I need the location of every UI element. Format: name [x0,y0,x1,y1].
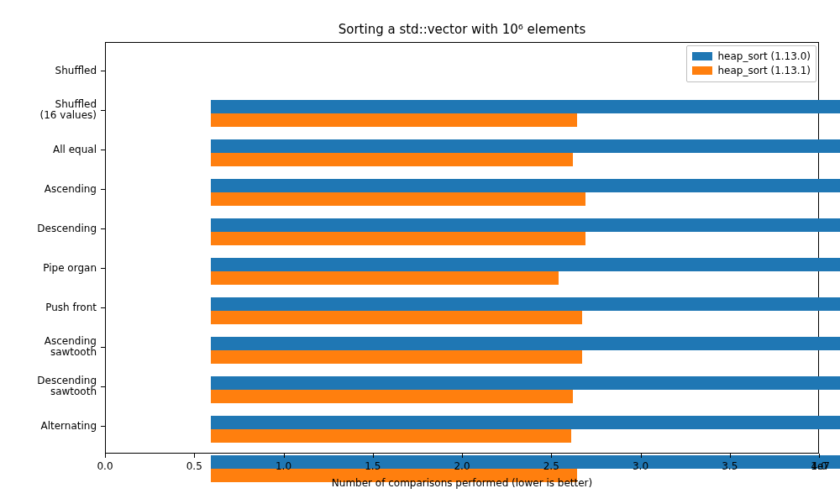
x-tick-mark [194,454,195,458]
x-tick-mark [551,454,552,458]
legend-swatch [692,52,712,60]
bar [211,113,577,127]
x-tick-label: 0.5 [186,460,202,472]
x-tick-label: 3.5 [722,460,738,472]
chart-title: Sorting a std::vector with 10⁶ elements [105,22,819,37]
bar [211,376,840,390]
legend-row: heap_sort (1.13.0) [692,50,811,64]
y-tick-label: Ascending [4,184,97,196]
bar [211,271,559,285]
bar [211,416,840,429]
bar [211,350,582,364]
y-tick-label: Pipe organ [4,263,97,275]
x-tick-mark [730,454,731,458]
legend-swatch [692,66,712,75]
x-tick-label: 0.0 [97,460,113,472]
bar [211,192,585,206]
legend: heap_sort (1.13.0)heap_sort (1.13.1) [686,45,816,82]
legend-label: heap_sort (1.13.1) [717,64,811,78]
y-tick-label: All equal [4,144,97,156]
bar [211,232,585,245]
plot-area [105,42,819,454]
y-tick-mark [101,189,105,190]
x-tick-label: 1.5 [365,460,381,472]
y-tick-mark [101,110,105,111]
y-tick-label: Descending sawtooth [4,375,97,399]
bar [211,179,840,192]
x-axis-offset: 1e7 [811,460,830,472]
bar [211,297,840,311]
y-tick-label: Push front [4,302,97,314]
bar [211,100,840,113]
x-tick-mark [819,454,820,458]
bar [211,218,840,232]
y-tick-mark [101,228,105,229]
legend-row: heap_sort (1.13.1) [692,64,811,78]
bar [211,311,582,324]
bar [211,429,571,443]
x-tick-label: 1.0 [276,460,291,472]
x-axis-label: Number of comparisons performed (lower i… [105,477,819,489]
y-tick-label: Shuffled (16 values) [4,99,97,123]
y-tick-mark [101,386,105,387]
x-tick-label: 2.5 [543,460,559,472]
bar [211,258,840,271]
x-tick-label: 2.0 [454,460,470,472]
legend-label: heap_sort (1.13.0) [717,50,811,64]
x-tick-label: 3.0 [633,460,648,472]
x-tick-mark [105,454,106,458]
y-tick-mark [101,347,105,348]
x-tick-mark [284,454,285,458]
chart-figure: Sorting a std::vector with 10⁶ elements … [0,0,840,504]
x-tick-mark [462,454,463,458]
y-tick-label: Shuffled [4,66,97,77]
x-tick-mark [641,454,642,458]
y-tick-label: Ascending sawtooth [4,336,97,360]
x-tick-mark [373,454,374,458]
y-tick-mark [101,426,105,427]
bar [211,337,840,350]
y-tick-mark [101,307,105,308]
bar [211,139,840,153]
y-tick-mark [101,71,105,71]
y-tick-mark [101,268,105,269]
y-tick-label: Alternating [4,421,97,433]
bar [211,455,840,469]
y-tick-mark [101,150,105,150]
bar [211,153,573,166]
y-tick-label: Descending [4,223,97,235]
bar [211,390,573,403]
